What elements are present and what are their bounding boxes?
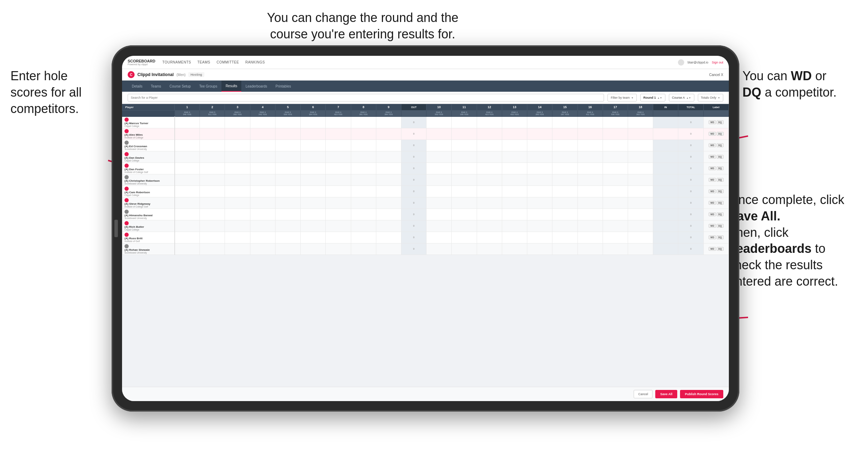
hole-7-input[interactable] (326, 140, 350, 151)
hole-9-input[interactable] (376, 163, 401, 174)
wd-button[interactable]: WD (709, 247, 716, 251)
hole-3-input[interactable] (225, 186, 250, 197)
hole-16-input[interactable] (578, 174, 603, 186)
hole-17-score[interactable] (603, 128, 628, 140)
hole-18-input[interactable] (628, 163, 653, 174)
nav-rankings[interactable]: RANKINGS (245, 60, 265, 64)
hole-14-input[interactable] (527, 232, 552, 243)
hole-1-input[interactable] (175, 243, 200, 255)
hole-15-input[interactable] (552, 186, 577, 197)
hole-8-input[interactable] (351, 197, 376, 209)
hole-5-score[interactable] (275, 243, 300, 255)
hole-15-score[interactable] (552, 163, 578, 174)
hole-9-score[interactable] (376, 151, 401, 163)
hole-14-score[interactable] (527, 163, 552, 174)
hole-13-score[interactable] (502, 163, 527, 174)
hole-2-input[interactable] (200, 197, 225, 209)
hole-17-input[interactable] (603, 151, 628, 163)
hole-1-input[interactable] (175, 197, 200, 209)
hole-8-input[interactable] (351, 128, 376, 140)
hole-5-score[interactable] (275, 128, 300, 140)
hole-4-score[interactable] (250, 140, 275, 151)
hole-6-input[interactable] (301, 163, 325, 174)
hole-1-score[interactable] (175, 128, 200, 140)
hole-1-input[interactable] (175, 117, 200, 128)
hole-2-score[interactable] (200, 140, 225, 151)
dq-button[interactable]: DQ (717, 247, 724, 251)
hole-5-input[interactable] (276, 151, 300, 163)
hole-14-input[interactable] (527, 220, 552, 232)
hole-4-input[interactable] (250, 151, 275, 163)
hole-14-input[interactable] (527, 243, 552, 255)
hole-9-input[interactable] (376, 220, 401, 232)
hole-18-score[interactable] (628, 243, 653, 255)
hole-8-score[interactable] (351, 209, 376, 220)
hole-5-score[interactable] (275, 163, 300, 174)
hole-6-input[interactable] (301, 174, 325, 186)
hole-1-score[interactable] (175, 220, 200, 232)
hole-7-score[interactable] (326, 163, 351, 174)
hole-4-input[interactable] (250, 128, 275, 140)
hole-6-score[interactable] (301, 116, 326, 128)
hole-15-score[interactable] (552, 116, 578, 128)
hole-6-score[interactable] (301, 186, 326, 197)
hole-7-score[interactable] (326, 116, 351, 128)
hole-16-score[interactable] (578, 116, 603, 128)
hole-17-input[interactable] (603, 128, 628, 140)
hole-15-score[interactable] (552, 243, 578, 255)
hole-6-score[interactable] (301, 140, 326, 151)
hole-9-score[interactable] (376, 220, 401, 232)
hole-7-score[interactable] (326, 209, 351, 220)
hole-17-input[interactable] (603, 163, 628, 174)
hole-10-input[interactable] (427, 163, 451, 174)
hole-8-input[interactable] (351, 186, 376, 197)
wd-button[interactable]: WD (709, 155, 716, 159)
hole-10-score[interactable] (427, 197, 452, 209)
hole-10-input[interactable] (427, 174, 451, 186)
hole-3-score[interactable] (225, 186, 250, 197)
hole-18-score[interactable] (628, 116, 653, 128)
hole-2-score[interactable] (200, 174, 225, 186)
hole-11-input[interactable] (452, 186, 476, 197)
hole-7-input[interactable] (326, 151, 350, 163)
hole-6-input[interactable] (301, 186, 325, 197)
hole-13-score[interactable] (502, 174, 527, 186)
hole-4-input[interactable] (250, 186, 275, 197)
hole-15-input[interactable] (552, 163, 577, 174)
hole-3-score[interactable] (225, 243, 250, 255)
hole-17-input[interactable] (603, 174, 628, 186)
hole-16-score[interactable] (578, 128, 603, 140)
hole-4-input[interactable] (250, 117, 275, 128)
hole-5-score[interactable] (275, 186, 300, 197)
hole-16-input[interactable] (578, 163, 603, 174)
hole-5-score[interactable] (275, 220, 300, 232)
hole-14-input[interactable] (527, 128, 552, 140)
hole-18-input[interactable] (628, 243, 653, 255)
hole-17-input[interactable] (603, 209, 628, 220)
hole-12-input[interactable] (477, 209, 502, 220)
hole-18-score[interactable] (628, 220, 653, 232)
hole-12-score[interactable] (477, 174, 502, 186)
hole-3-input[interactable] (225, 151, 250, 163)
hole-11-score[interactable] (452, 163, 477, 174)
hole-17-input[interactable] (603, 117, 628, 128)
hole-9-input[interactable] (376, 186, 401, 197)
nav-committee[interactable]: COMMITTEE (217, 60, 239, 64)
hole-18-score[interactable] (628, 209, 653, 220)
hole-11-input[interactable] (452, 151, 476, 163)
hole-5-score[interactable] (275, 197, 300, 209)
hole-17-score[interactable] (603, 232, 628, 243)
hole-12-input[interactable] (477, 197, 502, 209)
hole-15-input[interactable] (552, 220, 577, 232)
hole-17-input[interactable] (603, 243, 628, 255)
hole-6-input[interactable] (301, 151, 325, 163)
hole-2-input[interactable] (200, 174, 225, 186)
hole-8-input[interactable] (351, 232, 376, 243)
hole-11-input[interactable] (452, 232, 476, 243)
hole-18-input[interactable] (628, 140, 653, 151)
hole-15-score[interactable] (552, 209, 578, 220)
wd-button[interactable]: WD (709, 201, 716, 205)
hole-4-score[interactable] (250, 232, 275, 243)
hole-4-score[interactable] (250, 163, 275, 174)
hole-4-score[interactable] (250, 220, 275, 232)
